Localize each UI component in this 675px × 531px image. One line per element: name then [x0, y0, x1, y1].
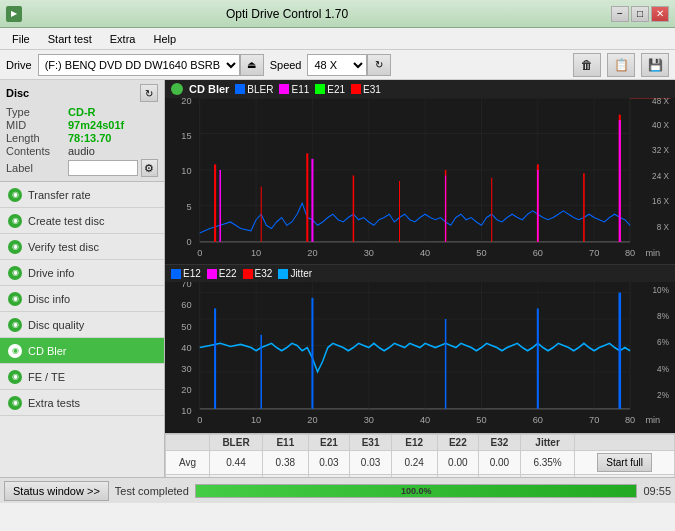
sidebar-item-extra-tests[interactable]: ◉ Extra tests: [0, 390, 164, 416]
svg-text:min: min: [645, 247, 660, 258]
extra-tests-label: Extra tests: [28, 397, 80, 409]
legend-bler: BLER: [235, 84, 273, 95]
disc-quality-icon: ◉: [8, 318, 22, 332]
legend-e11: E11: [279, 84, 309, 95]
upper-chart-title: CD Bler: [189, 83, 229, 95]
stats-table: BLER E11 E21 E31 E12 E22 E32 Jitter Avg: [165, 434, 675, 477]
svg-text:30: 30: [181, 364, 191, 374]
menu-file[interactable]: File: [4, 31, 38, 47]
upper-chart-svg: 20 15 10 5 0 0 10 20 30 40 50 60 70 80 m…: [169, 98, 671, 264]
status-window-button[interactable]: Status window >>: [4, 481, 109, 501]
svg-text:4%: 4%: [657, 364, 669, 374]
sidebar-item-drive-info[interactable]: ◉ Drive info: [0, 260, 164, 286]
row-avg-e22: 0.00: [437, 451, 479, 475]
menu-extra[interactable]: Extra: [102, 31, 144, 47]
col-e11: E11: [262, 435, 308, 451]
lower-chart-titlebar: E12 E22 E32 Jitter: [165, 265, 675, 282]
bler-color: [235, 84, 245, 94]
row-avg-bler: 0.44: [210, 451, 263, 475]
sidebar-item-transfer-rate[interactable]: ◉ Transfer rate: [0, 182, 164, 208]
svg-text:30: 30: [364, 414, 374, 424]
start-full-button[interactable]: Start full: [597, 453, 652, 472]
e31-color: [351, 84, 361, 94]
start-part-cell: Start part: [575, 475, 675, 478]
svg-text:24 X: 24 X: [652, 170, 669, 180]
row-avg-e21: 0.03: [308, 451, 350, 475]
svg-text:48 X: 48 X: [652, 98, 669, 106]
sidebar-item-disc-quality[interactable]: ◉ Disc quality: [0, 312, 164, 338]
verify-test-disc-label: Verify test disc: [28, 241, 99, 253]
sidebar-item-create-test-disc[interactable]: ◉ Create test disc: [0, 208, 164, 234]
maximize-button[interactable]: □: [631, 6, 649, 22]
disc-length-value: 78:13.70: [68, 132, 111, 144]
e11-color: [279, 84, 289, 94]
row-avg-label: Avg: [166, 451, 210, 475]
legend-e22: E22: [207, 268, 237, 279]
sidebar-item-cd-bler[interactable]: ◉ CD Bler: [0, 338, 164, 364]
create-test-disc-icon: ◉: [8, 214, 22, 228]
e21-legend-label: E21: [327, 84, 345, 95]
legend-e32: E32: [243, 268, 273, 279]
bler-legend-label: BLER: [247, 84, 273, 95]
row-avg-e11: 0.38: [262, 451, 308, 475]
svg-text:50: 50: [181, 321, 191, 331]
svg-text:0: 0: [197, 414, 202, 424]
disc-length-label: Length: [6, 132, 68, 144]
svg-text:10: 10: [181, 406, 191, 416]
lower-chart: E12 E22 E32 Jitter: [165, 265, 675, 433]
disc-mid-label: MID: [6, 119, 68, 131]
menu-start-test[interactable]: Start test: [40, 31, 100, 47]
disc-type-value: CD-R: [68, 106, 96, 118]
svg-text:10: 10: [251, 247, 261, 258]
create-test-disc-label: Create test disc: [28, 215, 104, 227]
cd-bler-label: CD Bler: [28, 345, 67, 357]
e21-color: [315, 84, 325, 94]
titlebar: ▶ Opti Drive Control 1.70 − □ ✕: [0, 0, 675, 28]
transfer-rate-label: Transfer rate: [28, 189, 91, 201]
start-full-cell: Start full: [575, 451, 675, 475]
minimize-button[interactable]: −: [611, 6, 629, 22]
sidebar-item-fe-te[interactable]: ◉ FE / TE: [0, 364, 164, 390]
copy-button[interactable]: 📋: [607, 53, 635, 77]
sidebar-item-verify-test-disc[interactable]: ◉ Verify test disc: [0, 234, 164, 260]
col-e32: E32: [479, 435, 521, 451]
eject-button[interactable]: ⏏: [240, 54, 264, 76]
sidebar: Disc ↻ Type CD-R MID 97m24s01f Length 78…: [0, 80, 165, 477]
disc-contents-label: Contents: [6, 145, 68, 157]
disc-label-input[interactable]: [68, 160, 138, 176]
row-max-e12: 6: [391, 475, 437, 478]
drivebar: Drive (F:) BENQ DVD DD DW1640 BSRB ⏏ Spe…: [0, 50, 675, 80]
jitter-legend-label: Jitter: [290, 268, 312, 279]
disc-quality-label: Disc quality: [28, 319, 84, 331]
disc-refresh-button[interactable]: ↻: [140, 84, 158, 102]
svg-text:40 X: 40 X: [652, 120, 669, 130]
svg-text:70: 70: [181, 282, 191, 289]
row-avg-e31: 0.03: [350, 451, 392, 475]
app-icon: ▶: [6, 6, 22, 22]
disc-mid-value: 97m24s01f: [68, 119, 124, 131]
label-gear-button[interactable]: ⚙: [141, 159, 158, 177]
disc-panel: Disc ↻ Type CD-R MID 97m24s01f Length 78…: [0, 80, 164, 182]
row-max-e22: 0: [437, 475, 479, 478]
close-button[interactable]: ✕: [651, 6, 669, 22]
svg-text:5: 5: [186, 200, 191, 211]
row-max-e11: 12: [262, 475, 308, 478]
svg-text:80: 80: [625, 247, 635, 258]
svg-text:0: 0: [197, 247, 202, 258]
erase-button[interactable]: 🗑: [573, 53, 601, 77]
save-button[interactable]: 💾: [641, 53, 669, 77]
extra-tests-icon: ◉: [8, 396, 22, 410]
e22-color: [207, 269, 217, 279]
col-bler: BLER: [210, 435, 263, 451]
cd-bler-icon: ◉: [8, 344, 22, 358]
menu-help[interactable]: Help: [145, 31, 184, 47]
drive-info-label: Drive info: [28, 267, 74, 279]
row-max-jitter: 6.9%: [520, 475, 575, 478]
speed-refresh-button[interactable]: ↻: [367, 54, 391, 76]
legend-e21: E21: [315, 84, 345, 95]
sidebar-item-disc-info[interactable]: ◉ Disc info: [0, 286, 164, 312]
e31-legend-label: E31: [363, 84, 381, 95]
drive-select[interactable]: (F:) BENQ DVD DD DW1640 BSRB: [38, 54, 240, 76]
disc-info-icon: ◉: [8, 292, 22, 306]
speed-select[interactable]: 48 X: [307, 54, 367, 76]
